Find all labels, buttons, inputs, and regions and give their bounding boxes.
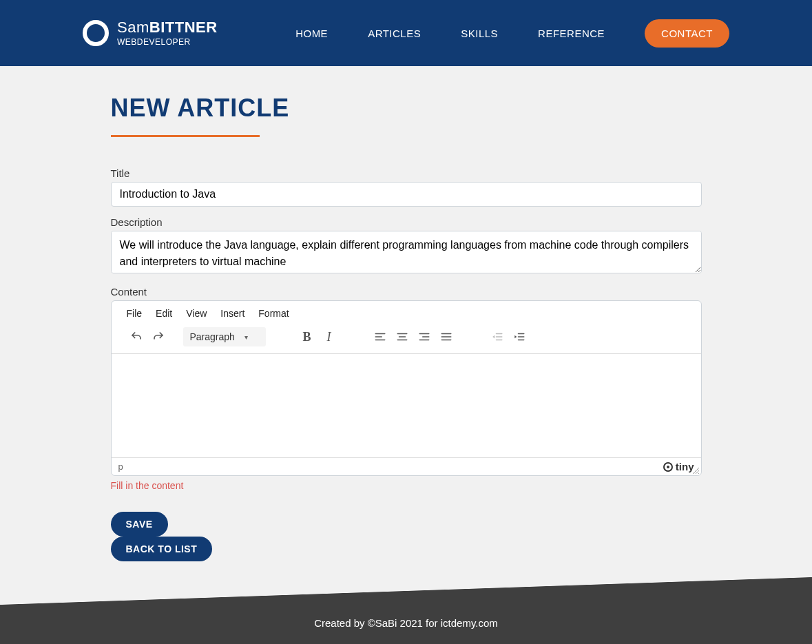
brand-last: BITTNER	[149, 19, 218, 36]
menu-insert[interactable]: Insert	[220, 308, 244, 319]
editor-menubar: File Edit View Insert Format	[112, 301, 701, 323]
back-to-list-button[interactable]: BACK TO LIST	[111, 537, 213, 561]
brand-name: SamBITTNER	[117, 19, 218, 36]
description-label: Description	[111, 216, 702, 228]
align-center-icon[interactable]	[393, 327, 412, 346]
editor-statusbar: p tiny	[112, 457, 701, 475]
footer-slant	[0, 577, 812, 605]
editor-toolbar: Paragraph ▾ B I	[112, 323, 701, 354]
bold-icon[interactable]: B	[298, 327, 317, 346]
nav-skills[interactable]: SKILLS	[461, 28, 498, 39]
brand-text: SamBITTNER WEBDEVELOPER	[117, 19, 218, 46]
undo-icon[interactable]	[127, 327, 146, 346]
redo-icon[interactable]	[149, 327, 168, 346]
footer-wrap: Created by ©SaBi 2021 for ictdemy.com	[0, 577, 812, 644]
editor-path[interactable]: p	[118, 461, 123, 472]
rich-text-editor: File Edit View Insert Format Paragraph ▾	[111, 300, 702, 476]
footer-text: Created by ©SaBi 2021 for ictdemy.com	[314, 617, 498, 629]
menu-view[interactable]: View	[186, 308, 207, 319]
logo-icon	[83, 20, 109, 46]
italic-icon[interactable]: I	[320, 327, 339, 346]
format-select-value: Paragraph	[190, 331, 235, 342]
svg-line-20	[698, 473, 699, 474]
brand-subtitle: WEBDEVELOPER	[117, 38, 218, 47]
menu-format[interactable]: Format	[258, 308, 289, 319]
editor-body[interactable]	[112, 354, 701, 457]
resize-handle-icon[interactable]	[691, 466, 700, 475]
tiny-logo-icon	[663, 462, 673, 472]
tiny-brand[interactable]: tiny	[663, 461, 694, 472]
description-textarea[interactable]: We will introduce the Java language, exp…	[111, 231, 702, 273]
align-left-icon[interactable]	[371, 327, 390, 346]
nav-home[interactable]: HOME	[295, 28, 328, 39]
title-label: Title	[111, 167, 702, 179]
content-label: Content	[111, 286, 702, 298]
title-underline	[111, 135, 260, 137]
outdent-icon	[488, 327, 507, 346]
nav-contact-button[interactable]: CONTACT	[645, 19, 729, 48]
main-content: NEW ARTICLE Title Description We will in…	[111, 66, 702, 589]
chevron-down-icon: ▾	[244, 333, 248, 341]
brand-first: Sam	[117, 19, 149, 36]
save-button[interactable]: SAVE	[111, 512, 168, 537]
title-input[interactable]	[111, 182, 702, 207]
nav-reference[interactable]: REFERENCE	[538, 28, 605, 39]
menu-edit[interactable]: Edit	[156, 308, 172, 319]
svg-line-18	[693, 468, 699, 474]
nav-articles[interactable]: ARTICLES	[368, 28, 421, 39]
content-error: Fill in the content	[111, 480, 702, 491]
page-title: NEW ARTICLE	[111, 94, 702, 123]
align-right-icon[interactable]	[415, 327, 434, 346]
format-select[interactable]: Paragraph ▾	[183, 327, 266, 346]
menu-file[interactable]: File	[127, 308, 143, 319]
align-justify-icon[interactable]	[437, 327, 456, 346]
main-nav: HOME ARTICLES SKILLS REFERENCE CONTACT	[295, 19, 729, 48]
indent-icon[interactable]	[510, 327, 529, 346]
brand[interactable]: SamBITTNER WEBDEVELOPER	[83, 19, 218, 46]
site-footer: Created by ©SaBi 2021 for ictdemy.com	[0, 605, 812, 644]
site-header: SamBITTNER WEBDEVELOPER HOME ARTICLES SK…	[0, 0, 812, 66]
